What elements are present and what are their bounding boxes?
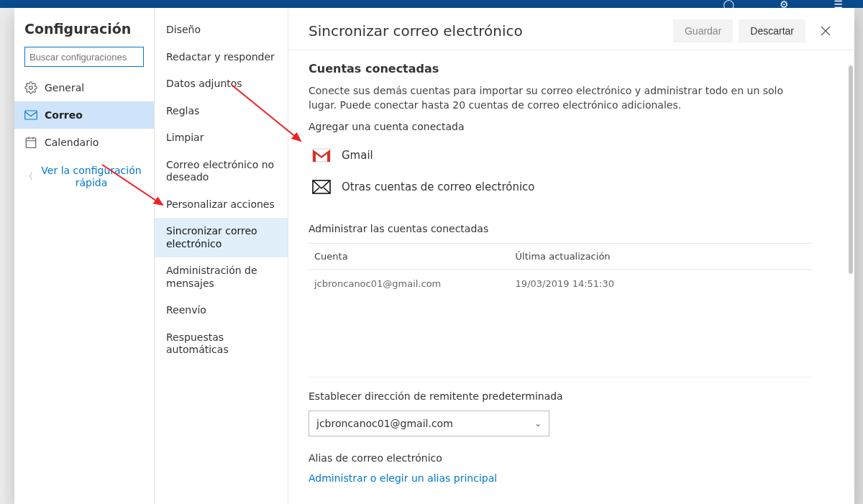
subnav-item[interactable]: Sincronizar correo electrónico xyxy=(155,218,288,257)
main-body: Cuentas conectadas Conecte sus demás cue… xyxy=(288,50,854,504)
discard-button[interactable]: Descartar xyxy=(739,19,805,42)
quick-view-label: Ver la configuración rápida xyxy=(39,165,144,189)
category-label: General xyxy=(45,82,84,93)
gmail-icon xyxy=(311,145,332,165)
subnav-item[interactable]: Diseño xyxy=(155,17,288,44)
add-gmail-option[interactable]: Gmail xyxy=(309,139,811,171)
table-head-account: Cuenta xyxy=(309,244,510,270)
table-row[interactable]: jcbroncanoc01@gmail.com19/03/2019 14:51:… xyxy=(309,270,811,298)
close-icon[interactable] xyxy=(814,19,837,42)
subnav-item[interactable]: Respuestas automáticas xyxy=(155,324,288,364)
alias-heading: Alias de correo electrónico xyxy=(309,452,811,464)
settings-dialog: Configuración General Correo Cal xyxy=(14,8,854,504)
subnav-item[interactable]: Personalizar acciones xyxy=(155,191,288,219)
scrollbar-thumb[interactable] xyxy=(849,65,853,274)
add-other-email-option[interactable]: Otras cuentas de correo electrónico xyxy=(309,171,811,203)
category-list: General Correo Calendario xyxy=(14,74,154,156)
alias-link[interactable]: Administrar o elegir un alias principal xyxy=(309,472,497,484)
main-header: Sincronizar correo electrónico Guardar D… xyxy=(288,8,854,50)
connected-accounts-heading: Cuentas conectadas xyxy=(309,62,811,75)
subnav-item[interactable]: Datos adjuntos xyxy=(155,70,288,98)
subnav-item[interactable]: Administración de mensajes xyxy=(155,257,288,297)
table-head-updated: Última actualización xyxy=(510,244,811,270)
svg-point-0 xyxy=(29,86,33,90)
gear-icon xyxy=(24,81,37,94)
gmail-label: Gmail xyxy=(342,149,373,162)
default-from-value: jcbroncanoc01@gmail.com xyxy=(316,418,453,429)
save-button[interactable]: Guardar xyxy=(673,19,733,42)
calendar-icon xyxy=(24,136,37,149)
subnav-item[interactable]: Reenvío xyxy=(155,297,288,324)
svg-rect-2 xyxy=(26,138,36,148)
default-from-heading: Establecer dirección de remitente predet… xyxy=(309,390,811,402)
subnav-item[interactable]: Limpiar xyxy=(155,124,288,152)
category-label: Correo xyxy=(45,109,83,121)
connected-accounts-description: Conecte sus demás cuentas para importar … xyxy=(309,84,811,112)
search-input[interactable] xyxy=(24,47,144,67)
chevron-down-icon: ⌄ xyxy=(534,418,542,429)
manage-accounts-heading: Administrar las cuentas conectadas xyxy=(309,223,811,234)
svg-rect-1 xyxy=(25,111,37,119)
settings-main: Sincronizar correo electrónico Guardar D… xyxy=(288,8,854,504)
category-calendar[interactable]: Calendario xyxy=(14,129,154,156)
subnav-item[interactable]: Redactar y responder xyxy=(155,44,288,71)
mail-icon xyxy=(24,109,37,122)
cell-updated: 19/03/2019 14:51:30 xyxy=(510,270,811,298)
default-from-select[interactable]: jcbroncanoc01@gmail.com ⌄ xyxy=(309,411,549,436)
category-label: Calendario xyxy=(45,137,99,148)
subnav-item[interactable]: Reglas xyxy=(155,98,288,125)
settings-sidebar: Configuración General Correo Cal xyxy=(14,8,155,504)
settings-title: Configuración xyxy=(14,21,154,47)
category-general[interactable]: General xyxy=(14,74,154,101)
quick-view-link[interactable]: 〈 Ver la configuración rápida xyxy=(14,156,154,198)
settings-subnav: DiseñoRedactar y responderDatos adjuntos… xyxy=(155,8,288,504)
subnav-list: DiseñoRedactar y responderDatos adjuntos… xyxy=(155,17,288,364)
category-mail[interactable]: Correo xyxy=(14,101,154,129)
connected-accounts-table: Cuenta Última actualización jcbroncanoc0… xyxy=(309,243,811,298)
chevron-left-icon: 〈 xyxy=(24,170,33,183)
envelope-icon xyxy=(311,177,332,197)
section-divider xyxy=(309,377,811,377)
subnav-item[interactable]: Correo electrónico no deseado xyxy=(155,152,288,191)
main-heading: Sincronizar correo electrónico xyxy=(309,22,667,40)
cell-account: jcbroncanoc01@gmail.com xyxy=(309,270,510,298)
other-email-label: Otras cuentas de correo electrónico xyxy=(342,180,535,193)
add-account-label: Agregar una cuenta conectada xyxy=(309,121,811,132)
